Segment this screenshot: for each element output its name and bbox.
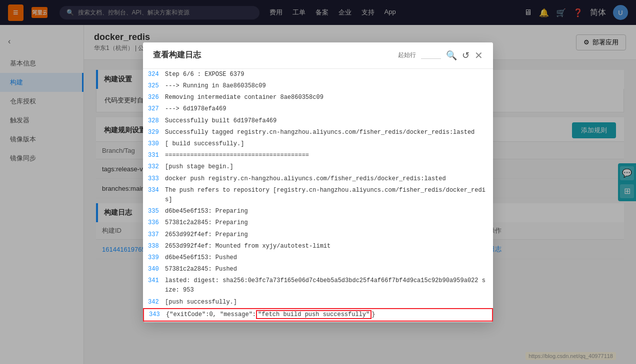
log-line: 33657381c2a2845: Preparing	[143, 217, 493, 229]
log-line-number: 343	[149, 310, 166, 320]
highlighted-text: "fetch build push successfully"	[256, 310, 372, 319]
log-line: 34057381c2a2845: Pushed	[143, 264, 493, 275]
log-line-content: [push stage begin.]	[165, 162, 234, 172]
log-line-number: 333	[148, 174, 165, 184]
modal-controls: 起始行 🔍 ↺ ✕	[398, 49, 483, 61]
log-line: 3382653d992f4ef: Mounted from xyjy/autot…	[143, 241, 493, 252]
modal-refresh-icon[interactable]: ↺	[462, 50, 470, 61]
build-log-modal: 查看构建日志 起始行 🔍 ↺ ✕ 322Removing intermediat…	[143, 42, 493, 322]
log-line-content: 2653d992f4ef: Mounted from xyjy/autotest…	[165, 242, 330, 251]
log-line-number: 334	[148, 186, 165, 205]
log-line: 3372653d992f4ef: Preparing	[143, 229, 493, 241]
modal-close-button[interactable]: ✕	[474, 49, 483, 61]
log-line-content: docker push registry.cn-hangzhou.aliyunc…	[165, 174, 446, 184]
log-line-content: ========================================	[165, 151, 309, 160]
log-line-number: 329	[148, 128, 165, 137]
log-line: 327---> 6d1978efa469	[143, 103, 493, 115]
log-line: 339d6be45e6f153: Pushed	[143, 252, 493, 264]
log-line-number: 337	[148, 230, 165, 240]
log-line: 334The push refers to repository [regist…	[143, 185, 493, 206]
log-line-content: Successfully built 6d1978efa469	[165, 116, 276, 126]
log-line-number: 335	[148, 207, 165, 216]
log-line-content: Step 6/6 : EXPOSE 6379	[165, 70, 244, 79]
log-line: 333docker push registry.cn-hangzhou.aliy…	[143, 173, 493, 185]
modal-overlay[interactable]: 查看构建日志 起始行 🔍 ↺ ✕ 322Removing intermediat…	[0, 0, 636, 364]
log-line-content: ---> Running in 8ae860358c09	[165, 81, 266, 91]
log-line-number: 342	[148, 298, 165, 307]
log-line: 330[ build successfully.]	[143, 138, 493, 150]
modal-title: 查看构建日志	[153, 50, 398, 60]
log-line: 342[push successfully.]	[143, 297, 493, 308]
log-line: 325---> Running in 8ae860358c09	[143, 80, 493, 92]
log-line: 329Successfully tagged registry.cn-hangz…	[143, 127, 493, 138]
log-line-number: 336	[148, 218, 165, 228]
log-line: 332[push stage begin.]	[143, 161, 493, 173]
log-line: 326Removing intermediate container 8ae86…	[143, 92, 493, 103]
log-line-number: 339	[148, 253, 165, 263]
log-line: 343{"exitCode":0, "message":"fetch build…	[143, 308, 493, 322]
log-line-content: [push successfully.]	[165, 298, 237, 307]
log-line-content: [ build successfully.]	[165, 139, 244, 149]
log-line-content: 2653d992f4ef: Preparing	[165, 230, 248, 240]
log-line-content: ---> 6d1978efa469	[165, 104, 226, 114]
log-line-number: 324	[148, 70, 165, 79]
log-line-content: d6be45e6f153: Pushed	[165, 253, 237, 263]
modal-body: 322Removing intermediate container 1bd6b…	[143, 69, 493, 322]
log-line: 328Successfully built 6d1978efa469	[143, 115, 493, 127]
log-line-number: 328	[148, 116, 165, 126]
log-line-content: 57381c2a2845: Preparing	[165, 218, 248, 228]
log-line: 331=====================================…	[143, 150, 493, 161]
modal-header: 查看构建日志 起始行 🔍 ↺ ✕	[143, 42, 493, 69]
log-line: 324Step 6/6 : EXPOSE 6379	[143, 69, 493, 80]
log-line-number: 332	[148, 162, 165, 172]
log-line-number: 341	[148, 276, 165, 295]
log-line-content: lasted: digest: sha256:0e3fc7a73f165e06d…	[165, 276, 488, 295]
log-line-number: 326	[148, 93, 165, 102]
start-line-label: 起始行	[398, 51, 416, 59]
log-line-content: d6be45e6f153: Preparing	[165, 207, 248, 216]
start-line-input[interactable]	[421, 51, 441, 59]
log-line-content: Successfully tagged registry.cn-hangzhou…	[165, 128, 474, 137]
modal-search-icon[interactable]: 🔍	[446, 50, 457, 61]
log-line: 335d6be45e6f153: Preparing	[143, 206, 493, 217]
log-line-number: 340	[148, 265, 165, 274]
log-line-content: Removing intermediate container 8ae86035…	[165, 93, 324, 102]
log-line-number: 330	[148, 139, 165, 149]
log-line-content: The push refers to repository [registry.…	[165, 186, 488, 205]
log-line: 341lasted: digest: sha256:0e3fc7a73f165e…	[143, 275, 493, 296]
log-line-number: 331	[148, 151, 165, 160]
log-line-number: 325	[148, 81, 165, 91]
log-line-number: 327	[148, 104, 165, 114]
log-line-number: 338	[148, 242, 165, 251]
log-line-content: 57381c2a2845: Pushed	[165, 265, 237, 274]
log-line-content: {"exitCode":0, "message":"fetch build pu…	[166, 310, 375, 320]
